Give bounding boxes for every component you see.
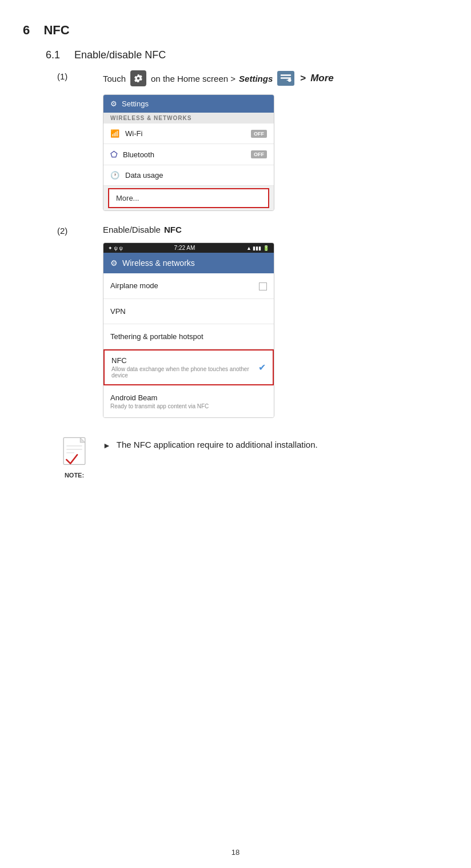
nfc-subtitle: Allow data exchange when the phone touch…	[111, 366, 258, 379]
ss1-section-label: WIRELESS & NETWORKS	[103, 113, 274, 124]
nfc-title: NFC	[111, 356, 258, 365]
wifi-label: Wi-Fi	[125, 129, 142, 138]
note-body: The NFC application require to additiona…	[117, 440, 318, 449]
note-label: NOTE:	[65, 472, 84, 479]
ss2-row-tethering: Tethering & portable hotspot	[103, 324, 274, 349]
ss1-row-wifi: 📶 Wi-Fi OFF	[103, 124, 274, 144]
tethering-title: Tethering & portable hotspot	[110, 332, 203, 341]
note-icon-wrap: NOTE:	[57, 435, 91, 479]
ss2-header-title: Wireless & networks	[122, 258, 195, 268]
ss1-header: ⚙ Settings	[103, 95, 274, 113]
ss1-row-data: 🕐 Data usage	[103, 165, 274, 186]
ss1-more-row: More...	[103, 186, 274, 210]
ss2-row-airplane: Airplane mode	[103, 273, 274, 299]
settings-gear-icon	[130, 70, 146, 86]
subsection: 6.1 Enable/disable NFC (1) Touch on the …	[46, 49, 448, 479]
step-1-text: Touch on the Home screen > Settings	[103, 70, 448, 86]
page-number: 18	[231, 848, 240, 857]
step-1-content: Touch on the Home screen > Settings	[103, 70, 448, 211]
note-arrow: ►	[103, 440, 111, 450]
nfc-checkmark: ✔	[258, 362, 266, 373]
data-label: Data usage	[125, 171, 163, 180]
svg-rect-0	[281, 74, 291, 76]
note-section: NOTE: ► The NFC application require to a…	[57, 435, 448, 479]
more-button[interactable]: More...	[108, 188, 269, 208]
ss1-header-title: Settings	[122, 99, 149, 108]
data-icon: 🕐	[110, 171, 119, 180]
settings-label: Settings	[239, 74, 273, 83]
step-1: (1) Touch on the Home screen > Settings	[57, 70, 448, 211]
wifi-icon: 📶	[110, 129, 119, 138]
android-beam-subtitle: Ready to transmit app content via NFC	[110, 403, 209, 409]
more-label: More	[310, 73, 334, 84]
step-1-number: (1)	[57, 70, 103, 81]
ss2-status-right: ▲ ▮▮▮ 🔋	[246, 245, 269, 251]
step-2: (2) Enable/Disable NFC ✦ ψ ψ 7:22 AM ▲ ▮…	[57, 225, 448, 418]
ss2-row-vpn: VPN	[103, 299, 274, 324]
section-heading: 6 NFC	[23, 23, 448, 38]
ss2-header-icon: ⚙	[110, 258, 118, 268]
note-text-wrap: ► The NFC application require to additio…	[103, 435, 448, 450]
wifi-toggle: OFF	[251, 130, 267, 138]
subsection-title: Enable/disable NFC	[74, 49, 166, 61]
airplane-checkbox	[259, 282, 267, 290]
section-number: 6	[23, 23, 30, 37]
subsection-number: 6.1	[46, 49, 60, 61]
ss2-header: ⚙ Wireless & networks	[103, 253, 274, 273]
step-2-text: Enable/Disable NFC	[103, 225, 448, 234]
step-2-content: Enable/Disable NFC ✦ ψ ψ 7:22 AM ▲ ▮▮▮ 🔋…	[103, 225, 448, 418]
step-1-text-before: Touch	[103, 74, 126, 83]
android-beam-title: Android Beam	[110, 393, 209, 402]
screenshot-settings: ⚙ Settings WIRELESS & NETWORKS 📶 Wi-Fi O…	[103, 94, 274, 211]
section-title: NFC	[43, 23, 69, 37]
menu-icon	[277, 71, 294, 86]
airplane-title: Airplane mode	[110, 281, 158, 290]
screenshot-wireless: ✦ ψ ψ 7:22 AM ▲ ▮▮▮ 🔋 ⚙ Wireless & netwo…	[103, 242, 274, 418]
nfc-bold-label: NFC	[164, 225, 182, 234]
ss2-status-bar: ✦ ψ ψ 7:22 AM ▲ ▮▮▮ 🔋	[103, 243, 274, 253]
ss1-row-bluetooth: ⬠ Bluetooth OFF	[103, 144, 274, 165]
ss2-status-left: ✦ ψ ψ	[108, 245, 123, 251]
ss2-nfc-row: NFC Allow data exchange when the phone t…	[103, 349, 274, 385]
ss2-row-android-beam: Android Beam Ready to transmit app conte…	[103, 385, 274, 417]
step-2-text-before: Enable/Disable	[103, 225, 161, 234]
bluetooth-toggle: OFF	[251, 150, 267, 158]
ss1-header-icon: ⚙	[110, 99, 117, 108]
bluetooth-icon: ⬠	[110, 150, 117, 159]
note-document-icon	[57, 435, 91, 469]
ss2-status-time: 7:22 AM	[174, 245, 195, 251]
step-1-arrow: >	[300, 73, 306, 84]
step-1-text-middle: on the Home screen >	[151, 74, 236, 83]
bluetooth-label: Bluetooth	[123, 150, 154, 159]
step-2-number: (2)	[57, 225, 103, 236]
vpn-title: VPN	[110, 307, 126, 316]
subsection-heading: 6.1 Enable/disable NFC	[46, 49, 448, 61]
